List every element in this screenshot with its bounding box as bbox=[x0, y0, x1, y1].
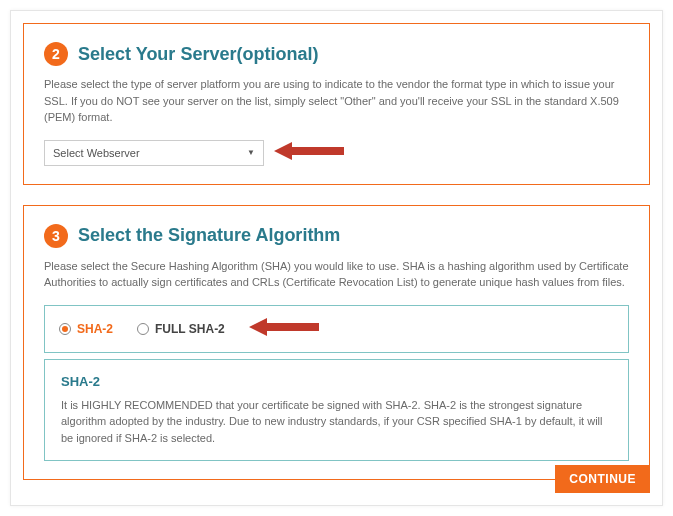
step-2-panel: 2 Select Your Server(optional) Please se… bbox=[23, 23, 650, 185]
server-select-value: Select Webserver bbox=[53, 147, 140, 159]
sha2-info-box: SHA-2 It is HIGHLY RECOMMENDED that your… bbox=[44, 359, 629, 462]
step-3-title: Select the Signature Algorithm bbox=[78, 225, 340, 246]
step-2-description: Please select the type of server platfor… bbox=[44, 76, 629, 126]
step-3-panel: 3 Select the Signature Algorithm Please … bbox=[23, 205, 650, 481]
step-2-title: Select Your Server(optional) bbox=[78, 44, 318, 65]
signature-algorithm-radios: SHA-2 FULL SHA-2 bbox=[44, 305, 629, 353]
step-2-number-badge: 2 bbox=[44, 42, 68, 66]
server-select-row: Select Webserver ▼ bbox=[44, 140, 629, 166]
svg-marker-1 bbox=[249, 318, 319, 336]
svg-marker-0 bbox=[274, 142, 344, 160]
radio-sha2-label: SHA-2 bbox=[77, 322, 113, 336]
radio-full-sha2[interactable]: FULL SHA-2 bbox=[137, 322, 225, 336]
server-select[interactable]: Select Webserver ▼ bbox=[44, 140, 264, 166]
step-3-header: 3 Select the Signature Algorithm bbox=[44, 224, 629, 248]
info-body: It is HIGHLY RECOMMENDED that your certi… bbox=[61, 397, 612, 447]
continue-button[interactable]: CONTINUE bbox=[555, 465, 650, 493]
info-heading: SHA-2 bbox=[61, 374, 612, 389]
annotation-arrow-icon bbox=[274, 140, 344, 166]
form-container: 2 Select Your Server(optional) Please se… bbox=[10, 10, 663, 506]
step-3-number-badge: 3 bbox=[44, 224, 68, 248]
radio-icon bbox=[59, 323, 71, 335]
radio-icon bbox=[137, 323, 149, 335]
chevron-down-icon: ▼ bbox=[247, 148, 255, 157]
annotation-arrow-icon bbox=[249, 316, 319, 342]
step-2-header: 2 Select Your Server(optional) bbox=[44, 42, 629, 66]
radio-sha2[interactable]: SHA-2 bbox=[59, 322, 113, 336]
step-3-description: Please select the Secure Hashing Algorit… bbox=[44, 258, 629, 291]
radio-full-sha2-label: FULL SHA-2 bbox=[155, 322, 225, 336]
